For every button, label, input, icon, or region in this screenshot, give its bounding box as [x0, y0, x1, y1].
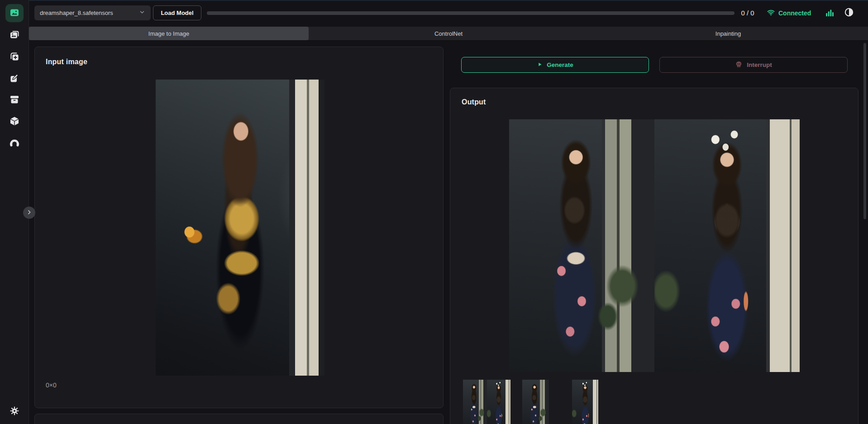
- tab-image-to-image[interactable]: Image to Image: [29, 27, 309, 40]
- gauge-icon: [9, 138, 20, 150]
- bar-chart-icon: [825, 8, 835, 19]
- chevron-right-icon: [26, 209, 32, 217]
- photos-icon: [9, 29, 20, 42]
- chevron-down-icon: [139, 9, 145, 17]
- output-thumbnail-2[interactable]: [572, 380, 598, 424]
- cube-icon: [9, 116, 20, 128]
- stats-button[interactable]: [824, 7, 835, 19]
- image-icon: [9, 7, 20, 19]
- thumbnail-2-image: [572, 380, 598, 424]
- output-image-pair[interactable]: [509, 119, 800, 372]
- input-panel: Input image 0×0: [34, 47, 444, 408]
- sidebar-item-settings[interactable]: [5, 402, 24, 420]
- thumbnail-1-image: [522, 380, 549, 424]
- input-settings-panel: [34, 414, 444, 424]
- top-accent-line: [0, 0, 868, 1]
- tab-controlnet[interactable]: ControlNet: [309, 27, 588, 40]
- tab-inpainting[interactable]: Inpainting: [588, 27, 868, 40]
- connection-status-label: Connected: [778, 9, 811, 17]
- thumbnail-grid-right: [487, 380, 511, 424]
- archive-box-icon: [9, 94, 20, 106]
- progress-bar: [207, 11, 734, 15]
- sidebar-item-assets[interactable]: [5, 91, 24, 109]
- load-model-button[interactable]: Load Model: [153, 5, 201, 20]
- sidebar-item-gallery[interactable]: [5, 26, 24, 44]
- add-image-icon: [9, 51, 20, 63]
- interrupt-button[interactable]: Interrupt: [659, 57, 848, 73]
- output-thumbnail-1[interactable]: [522, 380, 549, 424]
- sidebar-expand-button[interactable]: [23, 207, 35, 219]
- contrast-icon: [844, 7, 854, 19]
- scrollbar[interactable]: [863, 43, 866, 219]
- sidebar-item-images[interactable]: [5, 4, 24, 22]
- model-select-value: dreamshaper_8.safetensors: [40, 9, 113, 16]
- output-panel-title: Output: [462, 98, 486, 106]
- output-panel: Output: [450, 88, 858, 424]
- thumbnail-grid-left: [463, 380, 487, 424]
- generate-button[interactable]: Generate: [461, 57, 649, 73]
- queue-counter: 0 / 0: [738, 9, 758, 17]
- output-image-1: [509, 119, 654, 372]
- model-select-dropdown[interactable]: dreamshaper_8.safetensors: [34, 5, 151, 20]
- gear-icon: [9, 405, 20, 418]
- connection-status: Connected: [767, 8, 811, 18]
- wifi-icon: [767, 8, 775, 18]
- play-icon: [537, 61, 543, 69]
- input-panel-title: Input image: [46, 58, 87, 66]
- interrupt-button-label: Interrupt: [747, 61, 772, 68]
- output-thumbnail-grid[interactable]: [463, 380, 510, 424]
- mode-tabs: Image to Image ControlNet Inpainting: [29, 27, 868, 41]
- app-root: dreamshaper_8.safetensors Load Model 0 /…: [0, 0, 868, 424]
- theme-toggle-button[interactable]: [843, 6, 855, 19]
- sidebar-item-new-image[interactable]: [5, 48, 24, 66]
- generate-button-label: Generate: [547, 61, 573, 68]
- output-thumbnail-strip: [450, 380, 859, 424]
- input-image[interactable]: [156, 80, 324, 376]
- edit-icon: [9, 73, 20, 85]
- image-dimensions-label: 0×0: [46, 382, 57, 389]
- sidebar-item-3d[interactable]: [5, 113, 24, 131]
- sidebar-item-performance[interactable]: [5, 135, 24, 153]
- sidebar-item-edit[interactable]: [5, 70, 24, 88]
- skull-icon: [735, 61, 743, 70]
- output-image-2: [654, 119, 800, 372]
